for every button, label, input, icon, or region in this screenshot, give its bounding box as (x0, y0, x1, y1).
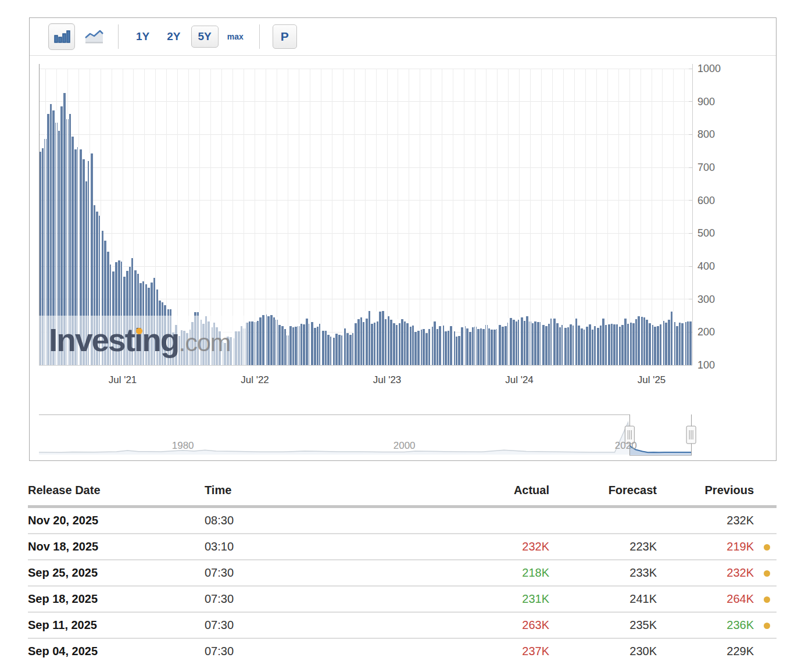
bar (181, 330, 183, 365)
bar (477, 329, 480, 365)
table-row[interactable]: Sep 18, 202507:30231K241K264K (28, 586, 777, 612)
history-table: Release Date Time Actual Forecast Previo… (28, 477, 777, 664)
bar (207, 321, 210, 365)
bar (311, 322, 313, 365)
chart-area: 1000900800700600500400300200100Jul '21Ju… (30, 56, 776, 460)
range-button-max[interactable]: max (222, 27, 249, 46)
bar (230, 337, 232, 365)
col-actual: Actual (396, 477, 549, 507)
range-button-2y[interactable]: 2Y (160, 26, 187, 48)
bar (257, 321, 259, 366)
bar (213, 323, 216, 365)
bar (646, 320, 648, 365)
bar-chart-icon (53, 28, 70, 45)
cell-actual: 237K (396, 638, 549, 664)
cell-time: 07:30 (205, 560, 396, 586)
bar (385, 319, 387, 365)
bar (259, 317, 262, 365)
bar (382, 311, 384, 365)
bar (202, 324, 205, 365)
bar (172, 333, 174, 365)
cell-actual: 232K (396, 534, 549, 560)
p-button[interactable]: P (273, 24, 297, 49)
col-previous: Previous (657, 477, 754, 507)
bar (289, 326, 292, 365)
table-row[interactable]: Sep 25, 202507:30218K233K232K (28, 560, 777, 586)
cell-actual (396, 507, 549, 534)
bar (567, 327, 570, 365)
bar (194, 312, 196, 365)
bar (284, 329, 287, 365)
cell-previous: 236K (657, 612, 754, 638)
chart-widget: 1Y2Y5Ymax P 1000900800700600500400300200… (29, 17, 777, 461)
bar (458, 336, 460, 365)
bar-chart-type-button[interactable] (48, 23, 75, 50)
bar (197, 312, 199, 365)
bar (687, 321, 689, 365)
cell-time: 07:30 (205, 612, 396, 638)
bar (145, 284, 148, 365)
bar (349, 335, 352, 365)
cell-indicator (754, 638, 777, 664)
navigator-handle-right[interactable] (686, 414, 696, 455)
bar (578, 326, 580, 365)
bar (437, 329, 439, 365)
bar (74, 149, 77, 365)
y-axis-label: 800 (697, 128, 715, 140)
bar (58, 131, 60, 366)
bar (249, 321, 251, 365)
x-axis-label: Jul '24 (505, 374, 534, 385)
cell-forecast: 233K (549, 560, 657, 586)
bar (627, 324, 629, 365)
bar (156, 289, 158, 365)
bar (151, 283, 153, 365)
bar (654, 327, 656, 365)
bar (235, 331, 237, 365)
bar (635, 319, 638, 365)
bar (553, 319, 556, 366)
y-axis-label: 200 (697, 326, 715, 338)
yellow-dot-icon (764, 596, 770, 603)
bar (170, 309, 172, 365)
bar (581, 328, 583, 365)
bar (50, 104, 52, 365)
bar (134, 270, 137, 365)
bar (60, 106, 63, 365)
y-axis-label: 500 (697, 227, 715, 239)
bar (450, 326, 452, 365)
bar (657, 326, 659, 365)
y-axis-label: 1000 (697, 63, 721, 74)
cell-release-date: Sep 11, 2025 (28, 612, 205, 638)
table-row[interactable]: Nov 20, 202508:30232K (28, 507, 777, 534)
bar (123, 277, 126, 365)
bar (521, 317, 523, 365)
navigator-selected-range[interactable] (39, 423, 691, 455)
cell-forecast: 230K (549, 638, 657, 664)
bar (526, 316, 528, 365)
bar (542, 325, 545, 365)
line-chart-type-button[interactable] (81, 23, 108, 50)
bar (91, 153, 93, 365)
table-row[interactable]: Nov 18, 202503:10232K223K219K (28, 534, 777, 560)
bar (537, 322, 539, 365)
range-button-1y[interactable]: 1Y (129, 26, 156, 48)
bar (461, 327, 463, 365)
cell-forecast: 241K (549, 586, 657, 612)
bar (428, 329, 431, 365)
table-row[interactable]: Sep 04, 202507:30237K230K229K (28, 638, 777, 664)
bar (414, 332, 417, 365)
bar (63, 93, 66, 365)
bar (224, 343, 226, 365)
navigator-year-label: 2000 (393, 440, 416, 451)
bar (325, 331, 327, 366)
bar (469, 332, 471, 365)
chart-toolbar: 1Y2Y5Ymax P (30, 18, 776, 56)
bar (300, 324, 303, 365)
bar (524, 321, 526, 366)
range-button-5y[interactable]: 5Y (191, 26, 219, 48)
y-axis-label: 900 (697, 96, 715, 108)
yellow-dot-icon (764, 623, 770, 629)
bar (338, 335, 341, 365)
table-row[interactable]: Sep 11, 202507:30263K235K236K (28, 612, 777, 638)
bar (153, 278, 156, 365)
